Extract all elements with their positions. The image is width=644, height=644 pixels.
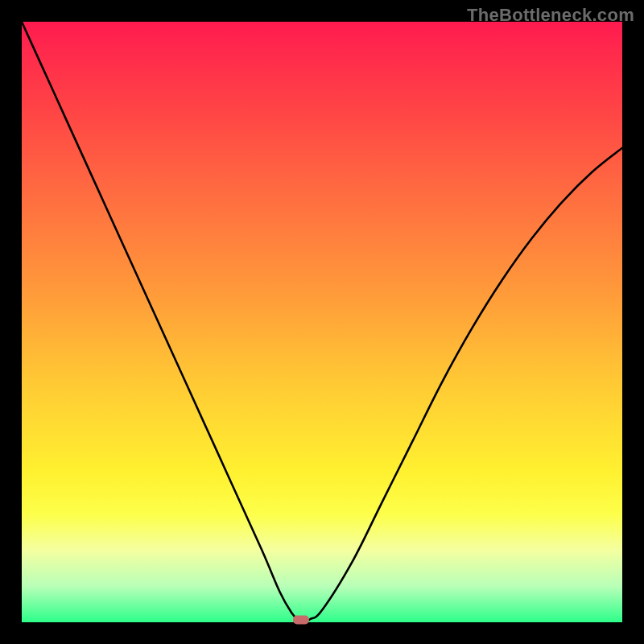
plot-area (22, 22, 622, 622)
curve-svg (22, 22, 622, 622)
bottleneck-curve-path (22, 22, 622, 622)
watermark-text: TheBottleneck.com (467, 5, 634, 26)
optimal-marker (293, 616, 309, 625)
chart-container: TheBottleneck.com (0, 0, 644, 644)
